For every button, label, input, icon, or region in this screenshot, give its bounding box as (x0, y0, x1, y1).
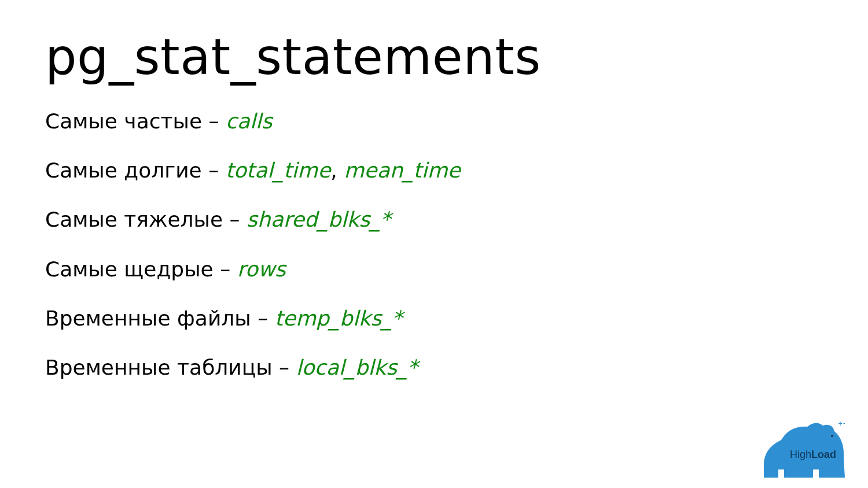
item-label: Самые тяжелые (45, 208, 223, 231)
item-comma: , (330, 158, 344, 182)
svg-rect-3 (778, 469, 784, 478)
slide: pg_stat_statements Самые частые – calls … (0, 0, 868, 488)
logo-text-bold: Load (811, 449, 836, 460)
svg-text:HighLoad: HighLoad (790, 449, 836, 460)
item-value: rows (237, 257, 286, 281)
item-value: shared_blks_* (247, 208, 391, 231)
item-value: temp_blks_* (275, 306, 403, 330)
item-separator: – (202, 109, 226, 133)
item-label: Временные файлы (45, 306, 251, 330)
logo-text-light: High (790, 449, 811, 460)
item-value-2: mean_time (344, 158, 460, 182)
list-item: Временные файлы – temp_blks_* (45, 306, 823, 331)
slide-title: pg_stat_statements (45, 28, 823, 86)
list-item: Временные таблицы – local_blks_* (45, 355, 823, 380)
list-item: Самые щедрые – rows (45, 257, 823, 282)
list-item: Самые долгие – total_time, mean_time (45, 158, 823, 183)
item-label: Временные таблицы (45, 356, 273, 379)
list-item: Самые частые – calls (45, 109, 823, 134)
item-label: Самые частые (45, 109, 202, 133)
item-value: local_blks_* (296, 356, 418, 379)
item-label: Самые щедрые (45, 257, 214, 281)
item-separator: – (214, 257, 237, 281)
item-separator: – (223, 208, 247, 231)
svg-point-0 (831, 435, 833, 437)
item-label: Самые долгие (45, 158, 202, 182)
items-list: Самые частые – calls Самые долгие – tota… (45, 109, 823, 380)
item-value: calls (226, 109, 273, 133)
list-item: Самые тяжелые – shared_blks_* (45, 207, 823, 232)
svg-text:++: ++ (838, 420, 845, 427)
svg-rect-4 (813, 469, 819, 478)
item-value: total_time (226, 158, 331, 182)
item-separator: – (273, 356, 296, 379)
highload-logo: ++ HighLoad (758, 414, 845, 478)
item-separator: – (251, 306, 275, 330)
item-separator: – (202, 158, 226, 182)
